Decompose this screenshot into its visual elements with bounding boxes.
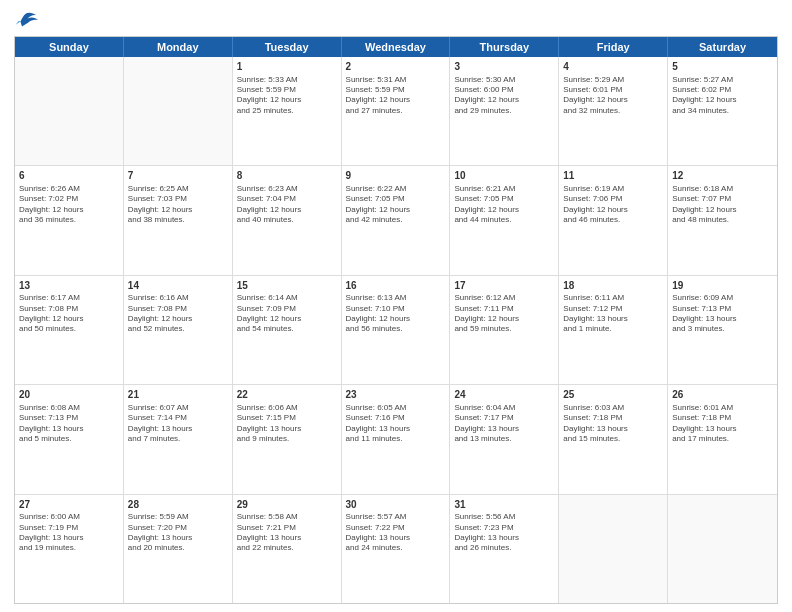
cell-content: Sunrise: 6:06 AM Sunset: 7:15 PM Dayligh…: [237, 403, 337, 445]
calendar-cell: 21Sunrise: 6:07 AM Sunset: 7:14 PM Dayli…: [124, 385, 233, 493]
calendar-header-cell: Wednesday: [342, 37, 451, 57]
cell-content: Sunrise: 6:21 AM Sunset: 7:05 PM Dayligh…: [454, 184, 554, 226]
day-number: 10: [454, 169, 554, 183]
calendar-cell: 26Sunrise: 6:01 AM Sunset: 7:18 PM Dayli…: [668, 385, 777, 493]
calendar-cell: 14Sunrise: 6:16 AM Sunset: 7:08 PM Dayli…: [124, 276, 233, 384]
day-number: 29: [237, 498, 337, 512]
cell-content: Sunrise: 5:33 AM Sunset: 5:59 PM Dayligh…: [237, 75, 337, 117]
calendar-cell: 9Sunrise: 6:22 AM Sunset: 7:05 PM Daylig…: [342, 166, 451, 274]
calendar-week-row: 6Sunrise: 6:26 AM Sunset: 7:02 PM Daylig…: [15, 166, 777, 275]
calendar-cell: 13Sunrise: 6:17 AM Sunset: 7:08 PM Dayli…: [15, 276, 124, 384]
day-number: 6: [19, 169, 119, 183]
logo-bird-icon: [14, 10, 38, 30]
calendar-week-row: 1Sunrise: 5:33 AM Sunset: 5:59 PM Daylig…: [15, 57, 777, 166]
cell-content: Sunrise: 6:11 AM Sunset: 7:12 PM Dayligh…: [563, 293, 663, 335]
cell-content: Sunrise: 6:22 AM Sunset: 7:05 PM Dayligh…: [346, 184, 446, 226]
cell-content: Sunrise: 6:01 AM Sunset: 7:18 PM Dayligh…: [672, 403, 773, 445]
calendar-cell: 2Sunrise: 5:31 AM Sunset: 5:59 PM Daylig…: [342, 57, 451, 165]
calendar-body: 1Sunrise: 5:33 AM Sunset: 5:59 PM Daylig…: [15, 57, 777, 603]
day-number: 13: [19, 279, 119, 293]
day-number: 17: [454, 279, 554, 293]
cell-content: Sunrise: 6:26 AM Sunset: 7:02 PM Dayligh…: [19, 184, 119, 226]
day-number: 30: [346, 498, 446, 512]
day-number: 16: [346, 279, 446, 293]
calendar-cell: 20Sunrise: 6:08 AM Sunset: 7:13 PM Dayli…: [15, 385, 124, 493]
calendar: SundayMondayTuesdayWednesdayThursdayFrid…: [14, 36, 778, 604]
day-number: 12: [672, 169, 773, 183]
calendar-cell: 11Sunrise: 6:19 AM Sunset: 7:06 PM Dayli…: [559, 166, 668, 274]
cell-content: Sunrise: 5:30 AM Sunset: 6:00 PM Dayligh…: [454, 75, 554, 117]
cell-content: Sunrise: 5:31 AM Sunset: 5:59 PM Dayligh…: [346, 75, 446, 117]
calendar-cell: 17Sunrise: 6:12 AM Sunset: 7:11 PM Dayli…: [450, 276, 559, 384]
day-number: 20: [19, 388, 119, 402]
day-number: 11: [563, 169, 663, 183]
calendar-cell: 19Sunrise: 6:09 AM Sunset: 7:13 PM Dayli…: [668, 276, 777, 384]
calendar-cell: 30Sunrise: 5:57 AM Sunset: 7:22 PM Dayli…: [342, 495, 451, 603]
cell-content: Sunrise: 6:12 AM Sunset: 7:11 PM Dayligh…: [454, 293, 554, 335]
cell-content: Sunrise: 5:56 AM Sunset: 7:23 PM Dayligh…: [454, 512, 554, 554]
cell-content: Sunrise: 6:16 AM Sunset: 7:08 PM Dayligh…: [128, 293, 228, 335]
cell-content: Sunrise: 5:29 AM Sunset: 6:01 PM Dayligh…: [563, 75, 663, 117]
calendar-week-row: 20Sunrise: 6:08 AM Sunset: 7:13 PM Dayli…: [15, 385, 777, 494]
calendar-cell: 7Sunrise: 6:25 AM Sunset: 7:03 PM Daylig…: [124, 166, 233, 274]
day-number: 4: [563, 60, 663, 74]
calendar-cell: [559, 495, 668, 603]
calendar-cell: [124, 57, 233, 165]
day-number: 14: [128, 279, 228, 293]
calendar-cell: 27Sunrise: 6:00 AM Sunset: 7:19 PM Dayli…: [15, 495, 124, 603]
day-number: 15: [237, 279, 337, 293]
calendar-cell: 10Sunrise: 6:21 AM Sunset: 7:05 PM Dayli…: [450, 166, 559, 274]
calendar-header-cell: Saturday: [668, 37, 777, 57]
calendar-cell: 3Sunrise: 5:30 AM Sunset: 6:00 PM Daylig…: [450, 57, 559, 165]
calendar-header-cell: Monday: [124, 37, 233, 57]
calendar-cell: 24Sunrise: 6:04 AM Sunset: 7:17 PM Dayli…: [450, 385, 559, 493]
cell-content: Sunrise: 6:18 AM Sunset: 7:07 PM Dayligh…: [672, 184, 773, 226]
header: [14, 10, 778, 30]
cell-content: Sunrise: 6:17 AM Sunset: 7:08 PM Dayligh…: [19, 293, 119, 335]
cell-content: Sunrise: 6:25 AM Sunset: 7:03 PM Dayligh…: [128, 184, 228, 226]
cell-content: Sunrise: 6:14 AM Sunset: 7:09 PM Dayligh…: [237, 293, 337, 335]
calendar-cell: 4Sunrise: 5:29 AM Sunset: 6:01 PM Daylig…: [559, 57, 668, 165]
calendar-cell: 28Sunrise: 5:59 AM Sunset: 7:20 PM Dayli…: [124, 495, 233, 603]
day-number: 26: [672, 388, 773, 402]
calendar-header-cell: Sunday: [15, 37, 124, 57]
day-number: 19: [672, 279, 773, 293]
day-number: 28: [128, 498, 228, 512]
calendar-cell: 15Sunrise: 6:14 AM Sunset: 7:09 PM Dayli…: [233, 276, 342, 384]
calendar-cell: [668, 495, 777, 603]
cell-content: Sunrise: 5:58 AM Sunset: 7:21 PM Dayligh…: [237, 512, 337, 554]
day-number: 25: [563, 388, 663, 402]
day-number: 24: [454, 388, 554, 402]
calendar-header-cell: Friday: [559, 37, 668, 57]
calendar-cell: 31Sunrise: 5:56 AM Sunset: 7:23 PM Dayli…: [450, 495, 559, 603]
day-number: 8: [237, 169, 337, 183]
day-number: 2: [346, 60, 446, 74]
calendar-cell: 5Sunrise: 5:27 AM Sunset: 6:02 PM Daylig…: [668, 57, 777, 165]
cell-content: Sunrise: 6:04 AM Sunset: 7:17 PM Dayligh…: [454, 403, 554, 445]
day-number: 5: [672, 60, 773, 74]
cell-content: Sunrise: 6:00 AM Sunset: 7:19 PM Dayligh…: [19, 512, 119, 554]
calendar-header-cell: Thursday: [450, 37, 559, 57]
calendar-cell: 8Sunrise: 6:23 AM Sunset: 7:04 PM Daylig…: [233, 166, 342, 274]
calendar-cell: 29Sunrise: 5:58 AM Sunset: 7:21 PM Dayli…: [233, 495, 342, 603]
page: SundayMondayTuesdayWednesdayThursdayFrid…: [0, 0, 792, 612]
calendar-cell: 23Sunrise: 6:05 AM Sunset: 7:16 PM Dayli…: [342, 385, 451, 493]
day-number: 18: [563, 279, 663, 293]
calendar-cell: 16Sunrise: 6:13 AM Sunset: 7:10 PM Dayli…: [342, 276, 451, 384]
calendar-cell: 12Sunrise: 6:18 AM Sunset: 7:07 PM Dayli…: [668, 166, 777, 274]
calendar-cell: 6Sunrise: 6:26 AM Sunset: 7:02 PM Daylig…: [15, 166, 124, 274]
logo: [14, 10, 42, 30]
day-number: 9: [346, 169, 446, 183]
cell-content: Sunrise: 6:09 AM Sunset: 7:13 PM Dayligh…: [672, 293, 773, 335]
calendar-header-cell: Tuesday: [233, 37, 342, 57]
day-number: 31: [454, 498, 554, 512]
day-number: 22: [237, 388, 337, 402]
calendar-week-row: 13Sunrise: 6:17 AM Sunset: 7:08 PM Dayli…: [15, 276, 777, 385]
calendar-cell: 22Sunrise: 6:06 AM Sunset: 7:15 PM Dayli…: [233, 385, 342, 493]
cell-content: Sunrise: 6:13 AM Sunset: 7:10 PM Dayligh…: [346, 293, 446, 335]
cell-content: Sunrise: 5:59 AM Sunset: 7:20 PM Dayligh…: [128, 512, 228, 554]
cell-content: Sunrise: 6:05 AM Sunset: 7:16 PM Dayligh…: [346, 403, 446, 445]
calendar-cell: 1Sunrise: 5:33 AM Sunset: 5:59 PM Daylig…: [233, 57, 342, 165]
day-number: 1: [237, 60, 337, 74]
cell-content: Sunrise: 6:07 AM Sunset: 7:14 PM Dayligh…: [128, 403, 228, 445]
